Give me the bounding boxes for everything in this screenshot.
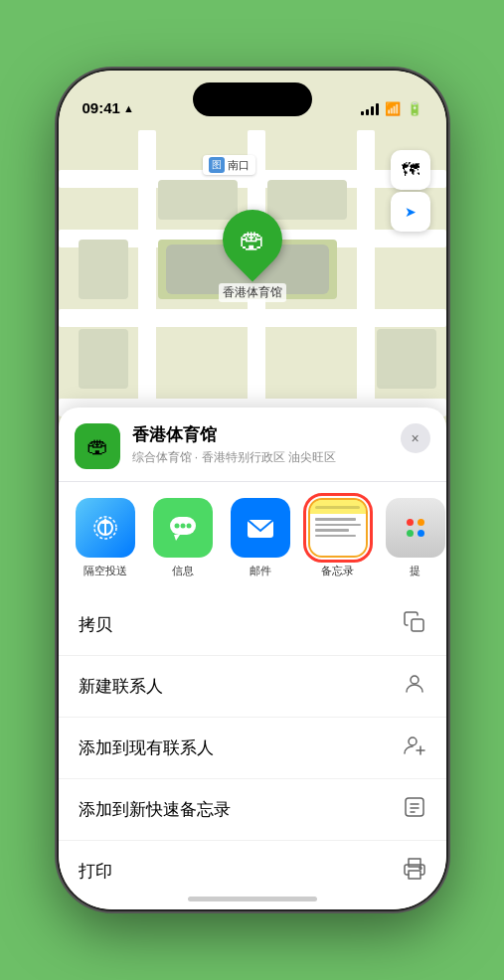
map-district-label: 图 南口 (203, 155, 255, 175)
map-layers-button[interactable]: 🗺 (391, 150, 430, 190)
notes-icon (308, 498, 368, 558)
time-display: 09:41 (83, 99, 120, 116)
map-location-button[interactable]: ➤ (391, 192, 430, 232)
share-item-notes[interactable]: 备忘录 (303, 498, 373, 578)
messages-label: 信息 (172, 564, 194, 578)
add-to-notes-label: 添加到新快速备忘录 (79, 798, 231, 821)
wifi-icon: 📶 (385, 101, 401, 116)
svg-rect-15 (406, 798, 423, 816)
svg-rect-10 (412, 619, 423, 631)
print-label: 打印 (79, 860, 112, 883)
marker-label: 香港体育馆 (219, 283, 286, 302)
airdrop-icon (76, 498, 135, 558)
action-add-to-contact[interactable]: 添加到现有联系人 (59, 718, 446, 779)
svg-point-12 (409, 737, 417, 745)
mail-label: 邮件 (250, 564, 271, 578)
location-subtitle: 综合体育馆 · 香港特别行政区 油尖旺区 (132, 449, 389, 466)
location-icon: 🏟 (75, 423, 120, 469)
location-name: 香港体育馆 (132, 423, 389, 446)
status-time: 09:41 ▲ (83, 99, 134, 116)
add-to-contact-label: 添加到现有联系人 (79, 736, 214, 759)
copy-label: 拷贝 (79, 613, 112, 636)
location-header: 🏟 香港体育馆 综合体育馆 · 香港特别行政区 油尖旺区 × (59, 408, 446, 482)
action-print[interactable]: 打印 (59, 841, 446, 901)
new-contact-icon (403, 672, 426, 701)
svg-point-8 (186, 524, 191, 529)
svg-point-11 (411, 676, 419, 684)
phone-frame: 09:41 ▲ 📶 🔋 (59, 71, 446, 909)
bottom-sheet: 🏟 香港体育馆 综合体育馆 · 香港特别行政区 油尖旺区 × (59, 408, 446, 909)
svg-rect-20 (409, 871, 420, 879)
more-label: 提 (410, 564, 420, 578)
map-location-icon: ➤ (405, 204, 417, 220)
new-contact-label: 新建联系人 (79, 675, 163, 698)
action-copy[interactable]: 拷贝 (59, 594, 446, 656)
share-item-mail[interactable]: 邮件 (226, 498, 295, 578)
messages-icon (153, 498, 213, 558)
battery-icon: 🔋 (407, 101, 422, 116)
dynamic-island (193, 82, 312, 116)
share-item-messages[interactable]: 信息 (148, 498, 218, 578)
signal-bars (361, 103, 379, 115)
airdrop-label: 隔空投送 (84, 564, 127, 578)
svg-point-21 (420, 868, 421, 870)
action-list: 拷贝 新建联系人 (59, 586, 446, 909)
add-to-contact-icon (403, 734, 426, 762)
svg-marker-5 (174, 535, 180, 541)
svg-point-6 (174, 524, 179, 529)
status-icons: 📶 🔋 (361, 101, 422, 116)
map-layers-icon: 🗺 (402, 160, 420, 181)
phone-screen: 09:41 ▲ 📶 🔋 (59, 71, 446, 909)
action-add-to-notes[interactable]: 添加到新快速备忘录 (59, 779, 446, 841)
notes-label: 备忘录 (321, 564, 354, 578)
copy-icon (403, 610, 426, 639)
map-controls: 🗺 ➤ (391, 150, 430, 232)
home-indicator (188, 897, 317, 901)
svg-point-7 (180, 524, 185, 529)
stadium-marker: 🏟 香港体育馆 (219, 210, 286, 302)
add-to-notes-icon (403, 795, 426, 824)
more-icon (386, 498, 445, 558)
close-button[interactable]: × (401, 423, 430, 453)
share-item-more[interactable]: 提 (381, 498, 446, 578)
location-info: 香港体育馆 综合体育馆 · 香港特别行政区 油尖旺区 (132, 423, 389, 466)
location-arrow-icon: ▲ (123, 102, 134, 114)
share-row: 隔空投送 信息 (59, 482, 446, 586)
share-item-airdrop[interactable]: 隔空投送 (71, 498, 140, 578)
svg-rect-19 (409, 859, 420, 867)
action-new-contact[interactable]: 新建联系人 (59, 656, 446, 718)
print-icon (403, 857, 426, 886)
mail-icon (231, 498, 290, 558)
